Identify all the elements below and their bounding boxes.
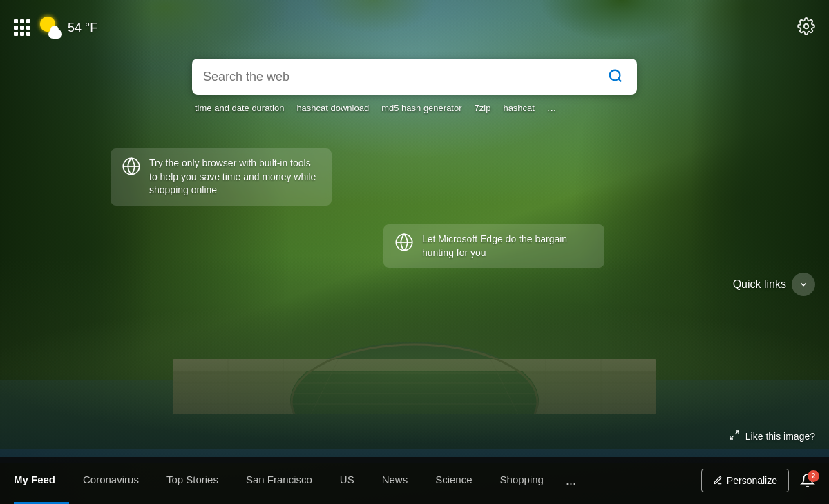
svg-point-15 [610, 70, 620, 80]
globe-icon-1 [122, 157, 141, 176]
nav-item-us[interactable]: US [326, 457, 368, 504]
svg-point-1 [290, 342, 539, 414]
svg-line-22 [730, 436, 734, 439]
svg-point-14 [804, 24, 809, 29]
suggestion-4[interactable]: 7zip [475, 103, 491, 113]
suggestion-2[interactable]: hashcat download [296, 103, 369, 113]
personalize-label: Personalize [727, 475, 777, 486]
nav-item-top-stories[interactable]: Top Stories [153, 457, 232, 504]
nav-item-news[interactable]: News [368, 457, 422, 504]
settings-icon[interactable] [797, 17, 815, 38]
notification-button[interactable]: 2 [800, 473, 815, 488]
apps-icon[interactable] [14, 19, 30, 36]
quick-links-expand-button[interactable] [792, 273, 815, 296]
bridge [173, 290, 656, 414]
tree-left [0, 0, 152, 504]
nav-item-san-francisco[interactable]: San Francisco [232, 457, 326, 504]
suggestion-3[interactable]: md5 hash generator [381, 103, 461, 113]
suggestion-more[interactable]: ... [547, 101, 556, 114]
quick-links-label: Quick links [733, 278, 786, 291]
top-bar: 54 °F [0, 0, 829, 55]
weather-icon [40, 17, 62, 39]
tooltip-card-1[interactable]: Try the only browser with built-in tools… [111, 148, 332, 206]
suggestion-5[interactable]: hashcat [503, 103, 535, 113]
nav-more-button[interactable]: ... [558, 457, 584, 504]
notification-badge: 2 [808, 470, 819, 482]
nav-item-my-feed[interactable]: My Feed [14, 457, 69, 504]
quick-links-area: Quick links [733, 273, 815, 296]
nav-item-coronavirus[interactable]: Coronavirus [69, 457, 153, 504]
svg-rect-0 [173, 366, 656, 414]
search-input[interactable] [203, 70, 605, 84]
like-image-text: Like this image? [745, 431, 815, 442]
water [0, 380, 829, 463]
svg-line-9 [311, 359, 339, 414]
svg-rect-2 [173, 359, 656, 371]
expand-icon [729, 429, 740, 443]
nav-item-science[interactable]: Science [421, 457, 486, 504]
tooltip-card-2[interactable]: Let Microsoft Edge do the bargain huntin… [383, 224, 604, 268]
tooltip-text-2: Let Microsoft Edge do the bargain huntin… [422, 233, 593, 260]
suggestion-1[interactable]: time and date duration [195, 103, 284, 113]
search-bar [192, 59, 637, 95]
globe-icon-2 [394, 233, 414, 252]
bottom-nav: My Feed Coronavirus Top Stories San Fran… [0, 457, 829, 504]
search-container: time and date duration hashcat download … [192, 59, 637, 114]
temperature: 54 °F [68, 21, 97, 35]
tooltip-text-1: Try the only browser with built-in tools… [149, 157, 321, 197]
search-button[interactable] [605, 66, 626, 88]
tree-right [691, 0, 829, 504]
svg-line-10 [490, 359, 518, 414]
nav-item-shopping[interactable]: Shopping [486, 457, 558, 504]
search-suggestions: time and date duration hashcat download … [192, 95, 637, 114]
like-image-area[interactable]: Like this image? [729, 429, 815, 443]
cloud-icon [48, 30, 62, 39]
svg-line-16 [618, 79, 621, 81]
svg-point-13 [292, 345, 537, 414]
personalize-button[interactable]: Personalize [701, 469, 789, 492]
weather-widget[interactable]: 54 °F [40, 17, 97, 39]
svg-line-21 [735, 431, 739, 434]
